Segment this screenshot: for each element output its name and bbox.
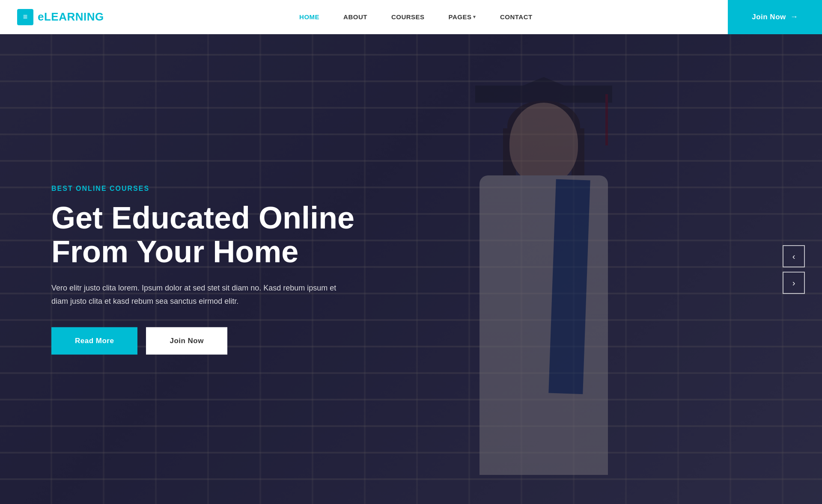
hero-title-line1: Get Educated Online [51,201,354,235]
hero-title: Get Educated Online From Your Home [51,201,354,269]
hero-title-line2: From Your Home [51,234,298,269]
hero-content: BEST ONLINE COURSES Get Educated Online … [51,185,354,355]
slider-next-button[interactable]: › [783,272,805,294]
hero-buttons: Read More Join Now [51,327,354,354]
nav-link-home: HOME [299,13,319,21]
nav-links: HOME ABOUT COURSES PAGES ▾ CONTACT [287,0,545,34]
nav-link-contact: CONTACT [500,13,533,21]
nav-item-home[interactable]: HOME [287,0,331,34]
join-now-button[interactable]: Join Now [146,327,227,354]
brand-logo[interactable]: ≡ eLEARNING [0,9,104,25]
nav-item-courses[interactable]: COURSES [379,0,437,34]
slider-arrows: ‹ › [783,245,805,294]
read-more-button[interactable]: Read More [51,327,137,354]
nav-item-contact[interactable]: CONTACT [488,0,545,34]
slider-prev-button[interactable]: ‹ [783,245,805,267]
brand-name: eLEARNING [38,10,104,24]
brand-icon: ≡ [17,9,33,25]
nav-link-courses: COURSES [391,13,425,21]
nav-link-pages: PAGES ▾ [449,13,476,21]
nav-item-pages[interactable]: PAGES ▾ [437,0,488,34]
hero-subtitle: BEST ONLINE COURSES [51,185,354,193]
navbar-join-label: Join Now [752,13,786,21]
chevron-down-icon: ▾ [473,14,476,20]
nav-link-about: ABOUT [343,13,367,21]
navbar-join-arrow: → [790,12,798,21]
hero-description: Vero elitr justo clita lorem. Ipsum dolo… [51,282,342,308]
nav-item-about[interactable]: ABOUT [331,0,379,34]
navbar: ≡ eLEARNING HOME ABOUT COURSES PAGES ▾ C… [0,0,822,34]
navbar-join-button[interactable]: Join Now → [728,0,822,34]
hero-section: BEST ONLINE COURSES Get Educated Online … [0,34,822,504]
